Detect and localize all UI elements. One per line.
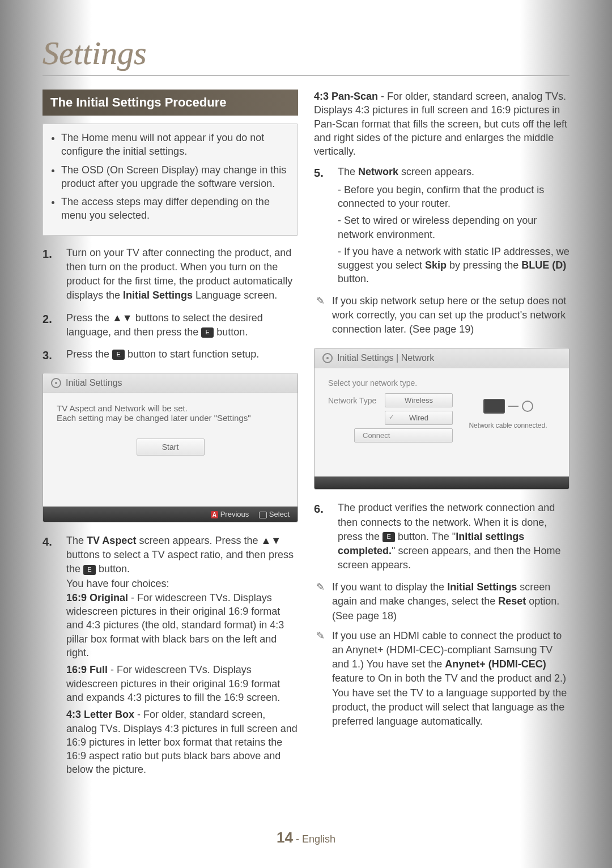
osd-initial-settings: Initial Settings TV Aspect and Network w… xyxy=(42,373,298,522)
aspect-option: 16:9 Original - For widescreen TVs. Disp… xyxy=(66,591,298,659)
step-3: Press the E button to start function set… xyxy=(42,347,298,361)
bold: BLUE (D) xyxy=(521,259,566,271)
text: by pressing the xyxy=(447,259,521,271)
network-diagram: Network cable connected. xyxy=(461,393,555,442)
select-hint: Select xyxy=(259,510,290,518)
right-column: 4:3 Pan-Scan - For older, standard scree… xyxy=(314,90,570,785)
bold: Initial Settings xyxy=(447,581,517,593)
text: The xyxy=(66,535,87,546)
text: If you want to display the xyxy=(332,581,447,593)
note-item: The access steps may differ depending on… xyxy=(61,195,288,223)
text: The xyxy=(338,166,358,177)
steps-list: Turn on your TV after connecting the pro… xyxy=(42,246,298,361)
bold: Network xyxy=(358,166,398,177)
text: Language screen. xyxy=(193,290,277,301)
text: You have four choices: xyxy=(66,577,298,591)
previous-hint: A Previous xyxy=(211,510,249,518)
aspect-option: 16:9 Full - For widescreen TVs. Displays… xyxy=(66,663,298,704)
network-status: Network cable connected. xyxy=(461,422,555,429)
text: Press the xyxy=(66,348,112,360)
bold: 4:3 Letter Box xyxy=(66,709,134,720)
bold: 16:9 Full xyxy=(66,664,108,675)
notes-box: The Home menu will not appear if you do … xyxy=(42,124,298,236)
select-icon xyxy=(259,512,267,518)
network-type-label: Network Type xyxy=(328,396,379,405)
sub-item: - If you have a network with static IP a… xyxy=(338,245,570,286)
enter-icon: E xyxy=(83,565,96,575)
text: button. The " xyxy=(395,531,456,542)
cable-icon xyxy=(508,406,518,407)
enter-icon: E xyxy=(201,327,214,338)
hand-note: If you skip network setup here or the se… xyxy=(314,294,570,337)
page-number: 14 xyxy=(277,829,293,846)
bold: Initial Settings xyxy=(123,290,193,301)
hand-note: If you use an HDMI cable to connect the … xyxy=(314,629,570,729)
disc-icon xyxy=(322,353,333,363)
text: feature to On in both the TV and the pro… xyxy=(332,673,567,727)
osd-header: Initial Settings xyxy=(43,373,298,393)
step-2: Press the ▲▼ buttons to select the desir… xyxy=(42,311,298,339)
label: Previous xyxy=(220,510,249,518)
bold: Reset xyxy=(498,595,526,607)
osd-footer: A Previous Select xyxy=(43,507,298,522)
step-1: Turn on your TV after connecting the pro… xyxy=(42,246,298,303)
enter-icon: E xyxy=(112,350,125,360)
start-button[interactable]: Start xyxy=(137,439,205,456)
page-language: English xyxy=(302,833,335,845)
steps-list-right2: The product verifies the network connect… xyxy=(314,501,570,572)
text: button to start function setup. xyxy=(125,348,259,360)
globe-icon xyxy=(522,401,533,412)
header-bar: The Initial Settings Procedure xyxy=(42,90,298,116)
note-item: The OSD (On Screen Display) may change i… xyxy=(61,163,288,191)
text: screen appears. xyxy=(398,166,474,177)
wired-option[interactable]: Wired xyxy=(385,411,453,425)
wireless-option[interactable]: Wireless xyxy=(385,393,453,407)
enter-icon: E xyxy=(382,532,395,542)
osd-title: Initial Settings xyxy=(66,378,122,388)
label: Select xyxy=(269,510,290,518)
page-footer: 14 - English xyxy=(0,829,612,846)
bold: Anynet+ (HDMI-CEC) xyxy=(445,658,546,670)
bold: 16:9 Original xyxy=(66,592,128,603)
step-4: The TV Aspect screen appears. Press the … xyxy=(42,534,298,777)
disc-icon xyxy=(51,378,61,388)
bold: 4:3 Pan-Scan xyxy=(314,91,378,102)
osd-body: Select your network type. Network Type W… xyxy=(314,368,569,476)
osd-network: Initial Settings | Network Select your n… xyxy=(314,348,570,490)
osd-header: Initial Settings | Network xyxy=(314,348,569,368)
sub-item: - Before you begin, confirm that the pro… xyxy=(338,183,570,211)
steps-list-right: The Network screen appears. - Before you… xyxy=(314,165,570,286)
left-column: The Initial Settings Procedure The Home … xyxy=(42,90,298,785)
text: screen appears. Press the xyxy=(136,535,261,546)
bold: Skip xyxy=(425,259,447,271)
bold: TV Aspect xyxy=(87,535,136,546)
text: button. xyxy=(338,273,369,284)
text: button. xyxy=(214,326,248,338)
osd-title: Initial Settings | Network xyxy=(337,353,434,363)
step-5: The Network screen appears. - Before you… xyxy=(314,165,570,286)
hand-note: If you want to display the Initial Setti… xyxy=(314,580,570,623)
aspect-option: 4:3 Letter Box - For older, standard scr… xyxy=(66,708,298,776)
osd-body: TV Aspect and Network will be set. Each … xyxy=(43,393,298,507)
aspect-option: 4:3 Pan-Scan - For older, standard scree… xyxy=(314,90,570,158)
section-title: Settings xyxy=(42,34,570,76)
device-icon xyxy=(483,399,505,414)
text: Press the xyxy=(66,312,112,324)
text: button. xyxy=(96,563,130,575)
connect-button[interactable]: Connect xyxy=(354,428,453,442)
osd-line: TV Aspect and Network will be set. xyxy=(57,403,284,413)
note-item: The Home menu will not appear if you do … xyxy=(61,131,288,159)
updown-arrows-icon: ▲▼ xyxy=(261,535,282,546)
osd-line: Each setting may be changed later under … xyxy=(57,413,284,423)
sub-item: - Set to wired or wireless depending on … xyxy=(338,214,570,241)
step-6: The product verifies the network connect… xyxy=(314,501,570,572)
a-button-icon: A xyxy=(211,511,218,518)
steps-list-cont: The TV Aspect screen appears. Press the … xyxy=(42,534,298,777)
updown-arrows-icon: ▲▼ xyxy=(112,312,133,324)
network-prompt: Select your network type. xyxy=(328,378,555,388)
